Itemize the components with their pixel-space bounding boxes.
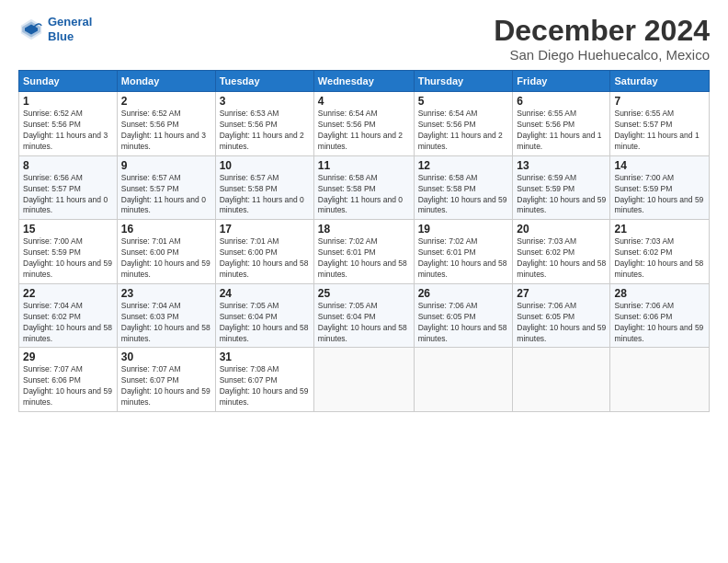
day-info: Sunrise: 6:59 AM Sunset: 5:59 PM Dayligh…	[517, 173, 606, 217]
day-info: Sunrise: 7:05 AM Sunset: 6:04 PM Dayligh…	[220, 301, 310, 345]
calendar-cell: 11Sunrise: 6:58 AM Sunset: 5:58 PM Dayli…	[313, 155, 414, 220]
calendar-cell: 1Sunrise: 6:52 AM Sunset: 5:56 PM Daylig…	[19, 92, 118, 156]
day-info: Sunrise: 7:00 AM Sunset: 5:59 PM Dayligh…	[23, 236, 113, 281]
day-number: 11	[318, 159, 410, 172]
calendar-cell: 4Sunrise: 6:54 AM Sunset: 5:56 PM Daylig…	[313, 92, 414, 156]
day-number: 19	[418, 223, 509, 236]
day-number: 9	[121, 159, 211, 172]
calendar-cell: 27Sunrise: 7:06 AM Sunset: 6:05 PM Dayli…	[513, 283, 610, 348]
calendar-week-4: 22Sunrise: 7:04 AM Sunset: 6:02 PM Dayli…	[19, 283, 710, 348]
day-info: Sunrise: 7:08 AM Sunset: 6:07 PM Dayligh…	[220, 364, 310, 408]
day-info: Sunrise: 7:06 AM Sunset: 6:06 PM Dayligh…	[614, 301, 705, 345]
calendar-body: 1Sunrise: 6:52 AM Sunset: 5:56 PM Daylig…	[19, 92, 710, 412]
day-number: 22	[23, 287, 113, 300]
col-header-thursday: Thursday	[414, 71, 513, 92]
day-number: 30	[121, 350, 211, 363]
col-header-sunday: Sunday	[19, 71, 118, 92]
calendar-week-2: 8Sunrise: 6:56 AM Sunset: 5:57 PM Daylig…	[19, 155, 710, 220]
calendar-cell: 23Sunrise: 7:04 AM Sunset: 6:03 PM Dayli…	[117, 283, 215, 348]
calendar-cell: 25Sunrise: 7:05 AM Sunset: 6:04 PM Dayli…	[313, 283, 414, 348]
day-info: Sunrise: 7:03 AM Sunset: 6:02 PM Dayligh…	[614, 236, 705, 281]
page: General Blue December 2024 San Diego Hue…	[0, 0, 728, 563]
calendar-cell: 31Sunrise: 7:08 AM Sunset: 6:07 PM Dayli…	[215, 348, 313, 412]
day-number: 15	[23, 223, 113, 236]
calendar-week-5: 29Sunrise: 7:07 AM Sunset: 6:06 PM Dayli…	[19, 348, 710, 412]
calendar-cell: 18Sunrise: 7:02 AM Sunset: 6:01 PM Dayli…	[313, 220, 414, 284]
col-header-tuesday: Tuesday	[215, 71, 313, 92]
calendar-week-1: 1Sunrise: 6:52 AM Sunset: 5:56 PM Daylig…	[19, 92, 710, 156]
calendar-cell: 9Sunrise: 6:57 AM Sunset: 5:57 PM Daylig…	[117, 155, 215, 220]
day-info: Sunrise: 7:06 AM Sunset: 6:05 PM Dayligh…	[517, 301, 606, 345]
day-info: Sunrise: 6:58 AM Sunset: 5:58 PM Dayligh…	[318, 173, 410, 217]
day-info: Sunrise: 6:52 AM Sunset: 5:56 PM Dayligh…	[121, 109, 211, 153]
calendar-cell: 13Sunrise: 6:59 AM Sunset: 5:59 PM Dayli…	[513, 155, 610, 220]
day-info: Sunrise: 7:06 AM Sunset: 6:05 PM Dayligh…	[418, 301, 509, 345]
day-info: Sunrise: 6:55 AM Sunset: 5:56 PM Dayligh…	[517, 109, 606, 153]
day-number: 18	[318, 223, 410, 236]
day-number: 20	[517, 223, 606, 236]
day-number: 8	[23, 159, 113, 172]
day-info: Sunrise: 7:04 AM Sunset: 6:03 PM Dayligh…	[121, 301, 211, 345]
calendar-week-3: 15Sunrise: 7:00 AM Sunset: 5:59 PM Dayli…	[19, 220, 710, 284]
col-header-monday: Monday	[117, 71, 215, 92]
day-info: Sunrise: 7:02 AM Sunset: 6:01 PM Dayligh…	[418, 236, 509, 281]
day-info: Sunrise: 7:07 AM Sunset: 6:06 PM Dayligh…	[23, 364, 113, 408]
calendar-cell: 29Sunrise: 7:07 AM Sunset: 6:06 PM Dayli…	[19, 348, 118, 412]
logo-text: General Blue	[48, 15, 92, 43]
calendar-cell	[313, 348, 414, 412]
calendar-cell: 28Sunrise: 7:06 AM Sunset: 6:06 PM Dayli…	[610, 283, 710, 348]
calendar-cell: 5Sunrise: 6:54 AM Sunset: 5:56 PM Daylig…	[414, 92, 513, 156]
day-info: Sunrise: 7:02 AM Sunset: 6:01 PM Dayligh…	[318, 236, 410, 281]
calendar-cell: 20Sunrise: 7:03 AM Sunset: 6:02 PM Dayli…	[513, 220, 610, 284]
calendar-cell: 21Sunrise: 7:03 AM Sunset: 6:02 PM Dayli…	[610, 220, 710, 284]
day-number: 10	[220, 159, 310, 172]
day-number: 14	[614, 159, 705, 172]
calendar-cell: 7Sunrise: 6:55 AM Sunset: 5:57 PM Daylig…	[610, 92, 710, 156]
calendar-cell	[610, 348, 710, 412]
calendar-cell: 22Sunrise: 7:04 AM Sunset: 6:02 PM Dayli…	[19, 283, 118, 348]
logo-icon	[18, 17, 44, 42]
day-number: 12	[418, 159, 509, 172]
day-number: 21	[614, 223, 705, 236]
day-info: Sunrise: 6:52 AM Sunset: 5:56 PM Dayligh…	[23, 109, 113, 153]
calendar-cell: 8Sunrise: 6:56 AM Sunset: 5:57 PM Daylig…	[19, 155, 118, 220]
calendar-cell: 17Sunrise: 7:01 AM Sunset: 6:00 PM Dayli…	[215, 220, 313, 284]
day-info: Sunrise: 6:55 AM Sunset: 5:57 PM Dayligh…	[614, 109, 705, 153]
col-header-friday: Friday	[513, 71, 610, 92]
day-info: Sunrise: 7:05 AM Sunset: 6:04 PM Dayligh…	[318, 301, 410, 345]
calendar-cell: 14Sunrise: 7:00 AM Sunset: 5:59 PM Dayli…	[610, 155, 710, 220]
day-number: 17	[220, 223, 310, 236]
calendar-title: December 2024	[494, 15, 710, 47]
day-info: Sunrise: 6:57 AM Sunset: 5:57 PM Dayligh…	[121, 173, 211, 217]
col-header-saturday: Saturday	[610, 71, 710, 92]
day-number: 31	[220, 350, 310, 363]
day-info: Sunrise: 6:54 AM Sunset: 5:56 PM Dayligh…	[318, 109, 410, 153]
day-number: 16	[121, 223, 211, 236]
day-number: 23	[121, 287, 211, 300]
calendar-cell: 24Sunrise: 7:05 AM Sunset: 6:04 PM Dayli…	[215, 283, 313, 348]
header-row: SundayMondayTuesdayWednesdayThursdayFrid…	[19, 71, 710, 92]
day-info: Sunrise: 6:56 AM Sunset: 5:57 PM Dayligh…	[23, 173, 113, 217]
day-info: Sunrise: 6:54 AM Sunset: 5:56 PM Dayligh…	[418, 109, 509, 153]
day-number: 4	[318, 95, 410, 108]
calendar-cell: 6Sunrise: 6:55 AM Sunset: 5:56 PM Daylig…	[513, 92, 610, 156]
day-number: 1	[23, 95, 113, 108]
calendar-table: SundayMondayTuesdayWednesdayThursdayFrid…	[18, 70, 710, 412]
calendar-cell	[414, 348, 513, 412]
day-number: 5	[418, 95, 509, 108]
logo: General Blue	[18, 15, 92, 43]
day-info: Sunrise: 7:01 AM Sunset: 6:00 PM Dayligh…	[121, 236, 211, 281]
calendar-cell: 15Sunrise: 7:00 AM Sunset: 5:59 PM Dayli…	[19, 220, 118, 284]
day-info: Sunrise: 7:04 AM Sunset: 6:02 PM Dayligh…	[23, 301, 113, 345]
day-number: 28	[614, 287, 705, 300]
day-number: 24	[220, 287, 310, 300]
day-number: 27	[517, 287, 606, 300]
calendar-cell: 30Sunrise: 7:07 AM Sunset: 6:07 PM Dayli…	[117, 348, 215, 412]
day-number: 3	[220, 95, 310, 108]
calendar-cell: 2Sunrise: 6:52 AM Sunset: 5:56 PM Daylig…	[117, 92, 215, 156]
col-header-wednesday: Wednesday	[313, 71, 414, 92]
calendar-cell: 26Sunrise: 7:06 AM Sunset: 6:05 PM Dayli…	[414, 283, 513, 348]
header: General Blue December 2024 San Diego Hue…	[18, 15, 710, 63]
day-number: 2	[121, 95, 211, 108]
calendar-header: SundayMondayTuesdayWednesdayThursdayFrid…	[19, 71, 710, 92]
